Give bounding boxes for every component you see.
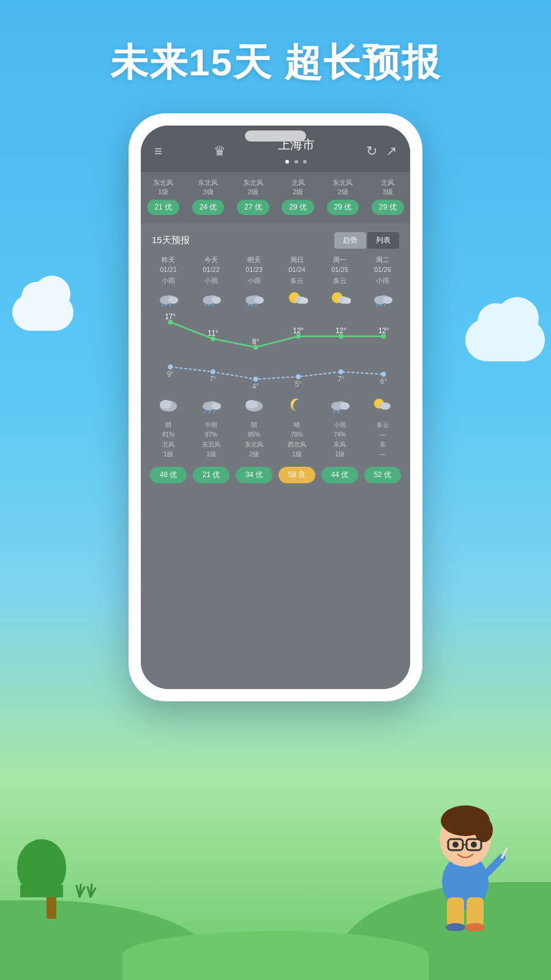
bottom-aqi-4: 44 优 bbox=[321, 467, 359, 483]
night-icons-row bbox=[141, 396, 410, 418]
crown-icon[interactable]: ♛ bbox=[214, 143, 226, 159]
detail-night-weather-1: 中雨97%东北风1级 bbox=[190, 420, 233, 459]
svg-point-66 bbox=[340, 402, 350, 410]
svg-point-45 bbox=[296, 374, 301, 379]
wind-label-3: 北风2级 bbox=[282, 178, 314, 197]
wind-label-2: 东北风2级 bbox=[237, 178, 269, 197]
svg-line-84 bbox=[487, 858, 502, 873]
day-col-1: 今天01/22 小雨 bbox=[190, 255, 233, 285]
aqi-item-2: 东北风2级 27 优 bbox=[237, 178, 269, 215]
bottom-aqi-row: 48 优 21 优 34 优 58 良 44 优 52 优 bbox=[141, 462, 410, 492]
day-icons-row bbox=[141, 289, 410, 311]
aqi-badge-1: 24 优 bbox=[192, 200, 225, 215]
svg-text:12°: 12° bbox=[335, 326, 346, 334]
svg-point-43 bbox=[211, 369, 216, 374]
cartoon-character bbox=[416, 778, 514, 931]
aqi-item-3: 北风2级 29 优 bbox=[282, 178, 314, 215]
menu-icon[interactable]: ≡ bbox=[154, 143, 162, 159]
aqi-badge-3: 29 优 bbox=[282, 200, 314, 215]
day-weather-5: 小雨 bbox=[361, 276, 404, 285]
svg-point-34 bbox=[339, 334, 343, 339]
phone-screen: ≡ ♛ 上海市 ↻ ↗ 东北风1级 bbox=[141, 126, 410, 689]
svg-point-58 bbox=[211, 402, 221, 410]
svg-text:5°: 5° bbox=[295, 380, 302, 388]
svg-line-59 bbox=[205, 410, 206, 413]
day-label-2: 明天01/23 bbox=[233, 255, 276, 275]
svg-point-47 bbox=[381, 372, 386, 377]
day-label-5: 周二01/26 bbox=[361, 255, 404, 275]
aqi-badge-0: 21 优 bbox=[147, 200, 179, 215]
phone-mockup: ≡ ♛ 上海市 ↻ ↗ 东北风1级 bbox=[129, 113, 422, 701]
svg-line-9 bbox=[205, 304, 206, 306]
svg-point-55 bbox=[160, 400, 172, 409]
phone-frame: ≡ ♛ 上海市 ↻ ↗ 东北风1级 bbox=[129, 113, 422, 701]
detail-col-1: 中雨97%东北风1级 bbox=[190, 420, 233, 459]
bottom-aqi-1: 21 优 bbox=[193, 467, 230, 483]
svg-point-26 bbox=[383, 296, 392, 304]
svg-line-17 bbox=[255, 304, 257, 306]
aqi-badge-4: 29 优 bbox=[327, 200, 359, 215]
day-col-3: 周日01/24 多云 bbox=[276, 255, 318, 285]
detail-night-weather-4: 小雨74%东风1级 bbox=[318, 420, 361, 459]
headline: 未来15天 超长预报 bbox=[0, 37, 551, 88]
svg-point-8 bbox=[211, 296, 221, 304]
day-col-0: 昨天01/21 小雨 bbox=[147, 255, 190, 285]
trend-button[interactable]: 趋势 bbox=[334, 232, 366, 249]
svg-point-83 bbox=[471, 842, 477, 848]
day-label-4: 周一01/25 bbox=[318, 255, 361, 275]
days-header-row: 昨天01/21 小雨 今天01/22 小雨 明天01/23 小雨 周日01/24… bbox=[141, 255, 410, 285]
svg-point-82 bbox=[452, 842, 459, 848]
day-icon-2 bbox=[233, 289, 276, 311]
aqi-item-1: 东北风3级 24 优 bbox=[192, 178, 225, 215]
phone-notch bbox=[245, 130, 306, 141]
aqi-item-4: 东北风2级 29 优 bbox=[327, 178, 359, 215]
day-icon-5 bbox=[361, 289, 404, 311]
detail-col-5: 多云—东— bbox=[361, 420, 404, 459]
day-weather-3: 多云 bbox=[276, 276, 318, 285]
list-button[interactable]: 列表 bbox=[367, 232, 399, 249]
day-label-3: 周日01/24 bbox=[276, 255, 318, 275]
wind-label-5: 北风3级 bbox=[372, 178, 404, 197]
forecast-header: 15天预报 趋势 列表 bbox=[141, 224, 410, 255]
svg-text:7°: 7° bbox=[337, 375, 344, 383]
page-dots bbox=[278, 155, 315, 166]
svg-text:11°: 11° bbox=[208, 329, 218, 337]
detail-row: 阴81%北风1级 中雨97%东北风1级 阴85%东北风2级 晴78%西北风1级 … bbox=[141, 420, 410, 459]
forecast-buttons: 趋势 列表 bbox=[334, 232, 399, 249]
svg-line-29 bbox=[384, 304, 385, 306]
cloud-left bbox=[12, 294, 73, 331]
refresh-icon[interactable]: ↻ bbox=[366, 143, 377, 159]
day-weather-4: 多云 bbox=[318, 276, 361, 285]
forecast-section: 15天预报 趋势 列表 昨天01/21 小雨 今天01/22 小雨 bbox=[141, 224, 410, 689]
svg-line-27 bbox=[377, 304, 378, 306]
detail-col-3: 晴78%西北风1级 bbox=[276, 420, 318, 459]
night-icon-4 bbox=[318, 396, 361, 418]
bottom-aqi-5: 52 优 bbox=[364, 467, 402, 483]
detail-col-0: 阴81%北风1级 bbox=[147, 420, 190, 459]
detail-night-weather-5: 多云—东— bbox=[361, 420, 404, 459]
svg-text:8°: 8° bbox=[252, 337, 259, 345]
night-icon-1 bbox=[190, 396, 233, 418]
svg-text:9°: 9° bbox=[167, 370, 174, 378]
svg-point-31 bbox=[211, 336, 216, 341]
svg-point-35 bbox=[381, 334, 386, 339]
svg-line-11 bbox=[212, 304, 214, 306]
day-col-2: 明天01/23 小雨 bbox=[233, 255, 276, 285]
bottom-aqi-0: 48 优 bbox=[150, 467, 187, 483]
share-icon[interactable]: ↗ bbox=[386, 143, 397, 159]
day-col-5: 周二01/26 小雨 bbox=[361, 255, 404, 285]
svg-point-42 bbox=[168, 364, 173, 369]
svg-text:12°: 12° bbox=[378, 326, 389, 334]
detail-col-4: 小雨74%东风1级 bbox=[318, 420, 361, 459]
svg-line-15 bbox=[248, 304, 249, 306]
svg-line-3 bbox=[162, 304, 163, 306]
svg-line-5 bbox=[170, 304, 171, 306]
bottom-aqi-3: 58 良 bbox=[279, 467, 316, 483]
night-icon-0 bbox=[147, 396, 190, 418]
landscape bbox=[0, 796, 551, 980]
day-icon-3 bbox=[276, 289, 318, 311]
grass-tufts bbox=[73, 880, 104, 900]
svg-line-67 bbox=[334, 410, 335, 413]
day-col-4: 周一01/25 多云 bbox=[318, 255, 361, 285]
detail-col-2: 阴85%东北风2级 bbox=[233, 420, 276, 459]
